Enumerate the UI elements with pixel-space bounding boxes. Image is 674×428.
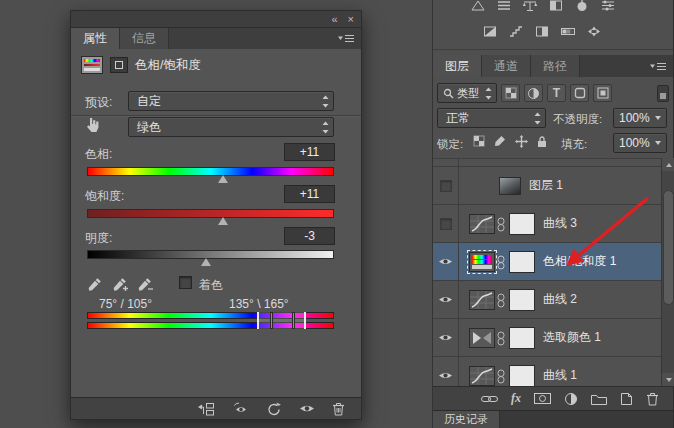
opacity-dropdown[interactable]: 100% xyxy=(613,108,667,128)
tab-properties[interactable]: 属性 xyxy=(71,28,120,49)
hue-slider-track[interactable] xyxy=(87,167,334,176)
curves-adjustment-thumbnail[interactable] xyxy=(469,214,495,234)
saturation-slider-handle[interactable] xyxy=(218,217,228,225)
range-outer-marker-left[interactable] xyxy=(257,312,259,329)
adjustment-icon-selective-color[interactable] xyxy=(585,24,603,38)
targeted-adjustment-hand-icon[interactable] xyxy=(84,116,103,134)
link-layers-icon[interactable] xyxy=(481,394,498,404)
layer-filtering-toggle[interactable] xyxy=(657,85,669,102)
tab-layers[interactable]: 图层 xyxy=(433,55,482,77)
tab-info[interactable]: 信息 xyxy=(120,28,169,49)
range-outer-marker-right[interactable] xyxy=(304,312,306,329)
layer-row-curves3[interactable]: 曲线 3 xyxy=(433,205,661,243)
layer-name[interactable]: 曲线 3 xyxy=(543,205,577,242)
mask-link-icon[interactable] xyxy=(497,293,505,308)
scrollbar-thumb[interactable] xyxy=(663,190,674,305)
saturation-value-field[interactable]: +11 xyxy=(284,185,335,203)
filter-type-layers-icon[interactable]: T xyxy=(547,84,566,102)
mask-link-icon[interactable] xyxy=(497,331,505,346)
selective-color-adjustment-thumbnail[interactable] xyxy=(469,328,495,348)
colorize-checkbox[interactable] xyxy=(179,276,192,289)
adjustment-icon-color-balance[interactable] xyxy=(521,0,539,12)
channel-dropdown[interactable]: 绿色 xyxy=(128,117,334,137)
preset-dropdown[interactable]: 自定 xyxy=(128,91,334,111)
tab-paths[interactable]: 路径 xyxy=(531,55,580,77)
adjustment-icon-threshold[interactable] xyxy=(533,24,551,38)
visibility-toggle[interactable] xyxy=(433,158,459,166)
visibility-toggle[interactable] xyxy=(433,357,459,386)
lock-image-pixels-icon[interactable] xyxy=(492,133,508,149)
range-inner-marker-left[interactable] xyxy=(270,312,273,329)
range-inner-marker-right[interactable] xyxy=(292,312,295,329)
hue-value-field[interactable]: +11 xyxy=(284,143,335,161)
adjustment-icon-vibrance[interactable] xyxy=(469,0,487,12)
filter-shape-layers-icon[interactable] xyxy=(570,84,589,102)
layer-thumbnail[interactable] xyxy=(499,177,521,195)
hue-slider-handle[interactable] xyxy=(218,175,228,183)
visibility-toggle[interactable] xyxy=(433,319,459,356)
mask-link-icon[interactable] xyxy=(497,217,505,232)
curves-adjustment-thumbnail[interactable] xyxy=(469,290,495,310)
lightness-slider-track[interactable] xyxy=(87,250,334,259)
lock-all-icon[interactable] xyxy=(534,133,550,149)
collapse-panel-icon[interactable]: « xyxy=(331,14,337,25)
new-adjustment-layer-icon[interactable] xyxy=(564,392,578,406)
clip-to-layer-icon[interactable] xyxy=(197,402,215,416)
lightness-value-field[interactable]: -3 xyxy=(284,227,335,245)
add-layer-mask-icon[interactable] xyxy=(534,392,551,405)
layer-mask-thumbnail[interactable] xyxy=(509,213,535,235)
fill-dropdown[interactable]: 100% xyxy=(613,133,667,153)
layer-name[interactable]: 曲线 2 xyxy=(543,281,577,318)
layer-mask-thumbnail[interactable] xyxy=(509,365,535,386)
layer-row-selective-color1[interactable]: 选取颜色 1 xyxy=(433,319,661,357)
properties-titlebar[interactable]: « × xyxy=(71,11,361,28)
tab-history[interactable]: 历史记录 xyxy=(433,411,500,428)
scroll-up-icon[interactable] xyxy=(662,158,674,171)
visibility-toggle[interactable] xyxy=(433,243,459,280)
view-previous-state-icon[interactable] xyxy=(232,402,250,415)
saturation-slider-track[interactable] xyxy=(87,209,334,218)
layer-name[interactable]: 选取颜色 1 xyxy=(543,319,601,356)
mask-link-icon[interactable] xyxy=(497,369,505,384)
lock-position-icon[interactable] xyxy=(513,133,529,149)
adjustment-icon-invert[interactable] xyxy=(481,24,499,38)
layer-mask-thumbnail[interactable] xyxy=(509,289,535,311)
new-layer-icon[interactable] xyxy=(620,392,633,406)
adjustment-icon-channel-mixer[interactable] xyxy=(599,0,617,12)
filter-adjustment-layers-icon[interactable] xyxy=(524,84,543,102)
layer-row-hue-saturation1[interactable]: 色相/饱和度 1 xyxy=(433,243,661,281)
reset-icon[interactable] xyxy=(267,402,282,416)
properties-panel-menu-icon[interactable] xyxy=(331,28,361,49)
blend-mode-dropdown[interactable]: 正常 xyxy=(437,108,546,128)
filter-smart-objects-icon[interactable] xyxy=(593,84,612,102)
visibility-icon[interactable] xyxy=(299,403,315,414)
adjustment-icon-posterize[interactable] xyxy=(507,24,525,38)
hue-saturation-adjustment-thumbnail[interactable] xyxy=(469,252,495,272)
adjustment-icon-hue-saturation[interactable] xyxy=(495,0,513,12)
eyedropper-add-icon[interactable] xyxy=(109,273,131,293)
layer-row-partial-top[interactable] xyxy=(433,158,661,167)
close-panel-icon[interactable]: × xyxy=(348,14,354,25)
hue-range-strip[interactable] xyxy=(87,312,334,329)
layer-row-curves2[interactable]: 曲线 2 xyxy=(433,281,661,319)
layer-row-layer1[interactable]: 图层 1 xyxy=(433,167,661,205)
adjustment-icon-gradient-map[interactable] xyxy=(559,24,577,38)
scroll-down-icon[interactable] xyxy=(662,373,674,386)
lock-transparent-pixels-icon[interactable] xyxy=(471,133,487,149)
visibility-toggle[interactable] xyxy=(433,205,459,242)
layer-name[interactable]: 色相/饱和度 1 xyxy=(543,243,616,280)
curves-adjustment-thumbnail[interactable] xyxy=(469,366,495,386)
mask-link-icon[interactable] xyxy=(497,255,505,270)
layer-mask-thumbnail[interactable] xyxy=(509,251,535,273)
layer-name[interactable]: 曲线 1 xyxy=(543,357,577,386)
delete-layer-icon[interactable] xyxy=(646,392,659,406)
layer-style-icon[interactable]: fx xyxy=(511,391,521,406)
layers-scrollbar[interactable] xyxy=(661,158,674,386)
new-group-icon[interactable] xyxy=(591,393,607,405)
filter-pixel-layers-icon[interactable] xyxy=(501,84,520,102)
delete-adjustment-icon[interactable] xyxy=(332,402,345,416)
tab-channels[interactable]: 通道 xyxy=(482,55,531,77)
layer-name[interactable]: 图层 1 xyxy=(529,167,563,204)
adjustment-icon-photo-filter[interactable] xyxy=(573,0,591,12)
layer-row-curves1[interactable]: 曲线 1 xyxy=(433,357,661,386)
